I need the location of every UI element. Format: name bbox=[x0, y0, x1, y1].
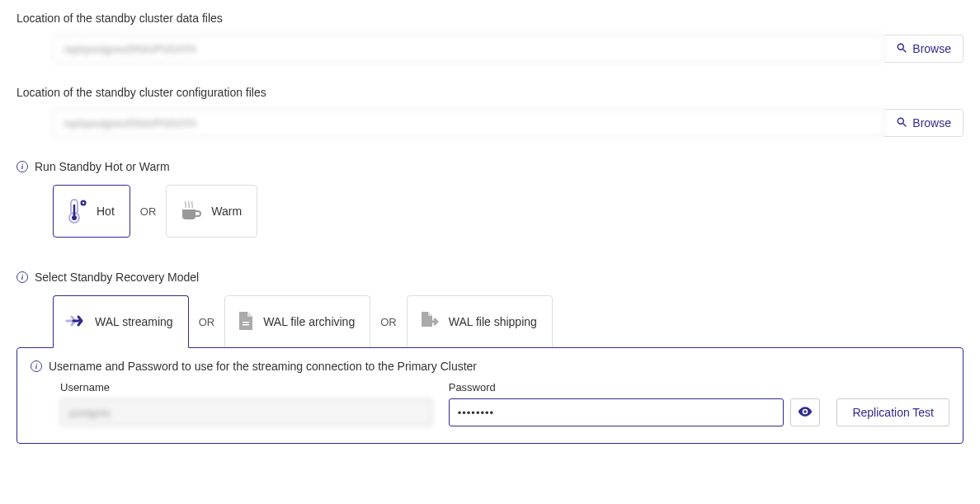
svg-line-1 bbox=[903, 49, 907, 52]
browse-label: Browse bbox=[912, 116, 951, 130]
tab-archiving-label: WAL file archiving bbox=[263, 315, 355, 328]
warm-label: Warm bbox=[211, 205, 242, 218]
shipping-icon bbox=[419, 310, 441, 334]
credentials-title: Username and Password to use for the str… bbox=[49, 360, 477, 373]
streaming-credentials-panel: i Username and Password to use for the s… bbox=[16, 347, 964, 444]
username-label: Username bbox=[60, 381, 432, 393]
svg-point-6 bbox=[72, 215, 77, 220]
search-icon bbox=[896, 116, 907, 130]
or-separator: OR bbox=[380, 316, 397, 328]
tab-wal-streaming[interactable]: WAL streaming bbox=[53, 295, 189, 348]
config-files-browse-button[interactable]: Browse bbox=[884, 109, 964, 137]
eye-icon bbox=[797, 403, 813, 422]
tab-streaming-label: WAL streaming bbox=[95, 315, 173, 328]
username-input[interactable] bbox=[60, 398, 432, 426]
info-icon: i bbox=[16, 161, 28, 172]
password-label: Password bbox=[449, 381, 784, 393]
hot-label: Hot bbox=[97, 205, 115, 218]
hot-option[interactable]: Hot bbox=[53, 185, 130, 238]
tab-shipping-label: WAL file shipping bbox=[449, 315, 537, 328]
tab-wal-shipping[interactable]: WAL file shipping bbox=[407, 295, 553, 348]
data-files-input[interactable] bbox=[53, 35, 884, 63]
info-icon: i bbox=[16, 271, 28, 283]
replication-test-button[interactable]: Replication Test bbox=[836, 398, 949, 426]
standby-mode-title: Run Standby Hot or Warm bbox=[35, 160, 170, 173]
warm-option[interactable]: Warm bbox=[166, 185, 257, 238]
thermometer-icon bbox=[65, 198, 88, 224]
svg-point-9 bbox=[82, 202, 84, 204]
search-icon bbox=[896, 42, 907, 56]
svg-point-2 bbox=[898, 118, 904, 124]
config-files-input[interactable] bbox=[53, 109, 884, 137]
config-files-label: Location of the standby cluster configur… bbox=[16, 86, 964, 99]
svg-rect-10 bbox=[243, 322, 249, 323]
recovery-model-title: Select Standby Recovery Model bbox=[35, 271, 199, 284]
streaming-icon bbox=[65, 312, 87, 332]
archive-icon bbox=[237, 310, 255, 334]
coffee-icon bbox=[178, 200, 203, 223]
toggle-password-visibility-button[interactable] bbox=[790, 398, 820, 426]
data-files-browse-button[interactable]: Browse bbox=[884, 35, 964, 63]
or-separator: OR bbox=[199, 316, 215, 328]
browse-label: Browse bbox=[912, 42, 951, 55]
or-separator: OR bbox=[140, 205, 157, 218]
tab-wal-archiving[interactable]: WAL file archiving bbox=[224, 295, 370, 348]
info-icon: i bbox=[31, 360, 42, 372]
password-input[interactable] bbox=[449, 398, 784, 426]
svg-point-0 bbox=[898, 44, 904, 49]
svg-rect-11 bbox=[243, 324, 249, 326]
svg-line-3 bbox=[903, 123, 907, 126]
data-files-label: Location of the standby cluster data fil… bbox=[16, 12, 964, 25]
